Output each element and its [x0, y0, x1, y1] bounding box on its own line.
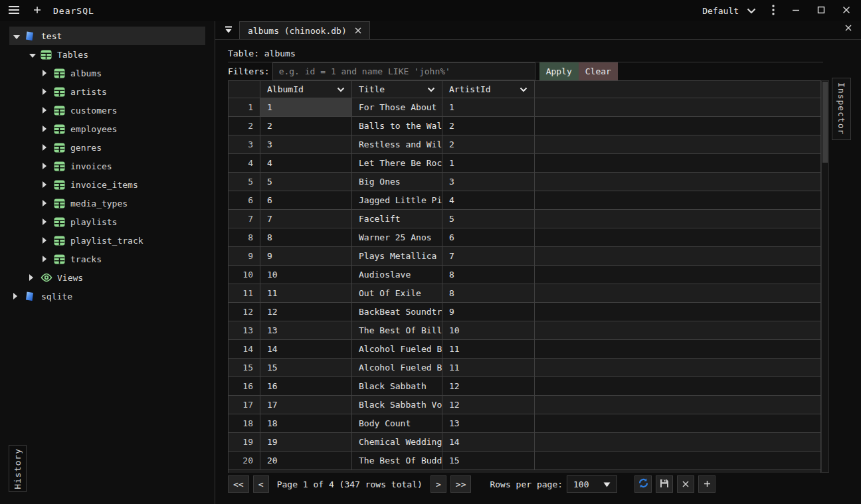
row-number-cell[interactable]: 17 [229, 396, 260, 414]
cell-album-id[interactable]: 14 [260, 340, 352, 358]
row-number-cell[interactable]: 10 [229, 266, 260, 284]
cell-artist-id[interactable]: 14 [442, 433, 535, 451]
cell-title[interactable]: Let There Be Rock [352, 154, 442, 172]
column-header-Title[interactable]: Title [352, 81, 442, 98]
cell-album-id[interactable]: 5 [260, 173, 352, 191]
cell-album-id[interactable]: 16 [260, 377, 352, 395]
close-table-button[interactable] [677, 475, 694, 493]
sidebar-item-test[interactable]: test [9, 27, 205, 45]
cell-album-id[interactable]: 1 [260, 98, 352, 116]
cell-title[interactable]: Black Sabbath Vol. 4 (Remaster) [352, 396, 442, 414]
expand-arrow-icon[interactable] [43, 124, 49, 134]
cell-title[interactable]: The Best Of Buddy Guy - The Millennium C… [352, 452, 442, 469]
sidebar-item-albums[interactable]: albums [9, 64, 205, 82]
cell-album-id[interactable]: 13 [260, 321, 352, 339]
cell-artist-id[interactable]: 12 [442, 377, 535, 395]
sidebar-item-employees[interactable]: employees [9, 120, 205, 138]
cell-artist-id[interactable]: 8 [442, 284, 535, 302]
expand-arrow-icon[interactable] [43, 217, 49, 227]
cell-title[interactable]: Body Count [352, 414, 442, 432]
cell-title[interactable]: Alcohol Fueled Brewtality Live! [Disc 2] [352, 359, 442, 377]
cell-album-id[interactable]: 19 [260, 433, 352, 451]
cell-title[interactable]: For Those About To Rock We Salute You [352, 98, 442, 116]
scrollbar-thumb[interactable] [822, 82, 828, 163]
collapse-arrow-icon[interactable] [29, 50, 36, 60]
sidebar-item-customers[interactable]: customers [9, 101, 205, 120]
kebab-menu-button[interactable] [771, 3, 776, 19]
cell-album-id[interactable]: 6 [260, 191, 352, 209]
cell-artist-id[interactable]: 8 [442, 266, 535, 284]
profile-selector[interactable]: Default [702, 6, 756, 16]
cell-album-id[interactable]: 3 [260, 135, 352, 153]
chevron-down-icon[interactable] [520, 84, 527, 94]
cell-title[interactable]: Big Ones [352, 173, 442, 191]
sidebar-item-Views[interactable]: Views [9, 268, 205, 287]
cell-artist-id[interactable]: 12 [442, 396, 535, 414]
new-connection-button[interactable] [32, 5, 43, 17]
cell-album-id[interactable]: 20 [260, 452, 352, 469]
cell-title[interactable]: Out Of Exile [352, 284, 442, 302]
expand-arrow-icon[interactable] [13, 292, 20, 301]
tab-close-icon[interactable] [355, 26, 361, 36]
cell-album-id[interactable]: 15 [260, 359, 352, 377]
row-number-cell[interactable]: 16 [229, 377, 260, 395]
row-number-cell[interactable]: 20 [229, 452, 260, 469]
cell-artist-id[interactable]: 11 [442, 359, 535, 377]
cell-title[interactable]: Alcohol Fueled Brewtality Live! [Disc 1] [352, 340, 442, 358]
close-window-button[interactable] [841, 5, 852, 17]
last-page-button[interactable]: >> [450, 475, 472, 493]
add-row-button[interactable] [698, 475, 716, 493]
save-button[interactable] [656, 475, 673, 493]
row-number-cell[interactable]: 19 [229, 433, 260, 451]
sidebar-item-media_types[interactable]: media_types [9, 194, 205, 212]
cell-album-id[interactable]: 11 [260, 284, 352, 302]
cell-artist-id[interactable]: 11 [442, 340, 535, 358]
sidebar-item-Tables[interactable]: Tables [9, 45, 205, 64]
cell-artist-id[interactable]: 13 [442, 414, 535, 432]
first-page-button[interactable]: << [228, 475, 249, 493]
sidebar-item-tracks[interactable]: tracks [9, 250, 205, 268]
row-number-cell[interactable]: 11 [229, 284, 260, 302]
column-header-AlbumId[interactable]: AlbumId [260, 81, 352, 98]
cell-artist-id[interactable]: 7 [442, 247, 535, 265]
row-number-cell[interactable]: 4 [229, 154, 260, 172]
expand-arrow-icon[interactable] [43, 180, 49, 190]
column-header-ArtistId[interactable]: ArtistId [442, 81, 535, 98]
cell-artist-id[interactable]: 1 [442, 154, 535, 172]
cell-album-id[interactable]: 4 [260, 154, 352, 172]
apply-filter-button[interactable]: Apply [539, 62, 579, 80]
sidebar-item-playlists[interactable]: playlists [9, 212, 205, 231]
row-number-cell[interactable]: 13 [229, 321, 260, 339]
collapse-arrow-icon[interactable] [13, 31, 20, 41]
cell-title[interactable]: Jagged Little Pill [352, 191, 442, 209]
expand-arrow-icon[interactable] [43, 87, 49, 97]
cell-artist-id[interactable]: 9 [442, 303, 535, 321]
cell-title[interactable]: Plays Metallica By Four Cellos [352, 247, 442, 265]
cell-album-id[interactable]: 7 [260, 210, 352, 228]
sidebar-item-genres[interactable]: genres [9, 138, 205, 157]
sidebar-item-playlist_track[interactable]: playlist_track [9, 231, 205, 250]
menu-button[interactable] [7, 4, 21, 18]
row-number-cell[interactable]: 2 [229, 117, 260, 135]
row-number-cell[interactable]: 8 [229, 228, 260, 246]
cell-artist-id[interactable]: 6 [442, 228, 535, 246]
row-number-cell[interactable]: 18 [229, 414, 260, 432]
row-number-cell[interactable]: 12 [229, 303, 260, 321]
cell-title[interactable]: Chemical Wedding [352, 433, 442, 451]
cell-title[interactable]: Audioslave [352, 266, 442, 284]
cell-title[interactable]: The Best Of Billy Cobham [352, 321, 442, 339]
cell-album-id[interactable]: 18 [260, 414, 352, 432]
sidebar-item-invoice_items[interactable]: invoice_items [9, 175, 205, 194]
cell-album-id[interactable]: 8 [260, 228, 352, 246]
expand-arrow-icon[interactable] [29, 273, 36, 283]
cell-title[interactable]: Facelift [352, 210, 442, 228]
expand-arrow-icon[interactable] [43, 143, 49, 153]
cell-artist-id[interactable]: 2 [442, 117, 535, 135]
cell-artist-id[interactable]: 4 [442, 191, 535, 209]
expand-arrow-icon[interactable] [43, 236, 49, 246]
inspector-tab[interactable]: Inspector [832, 78, 851, 140]
prev-page-button[interactable]: < [253, 475, 269, 493]
tab-list-button[interactable] [220, 23, 237, 39]
sidebar-item-invoices[interactable]: invoices [9, 157, 205, 175]
chevron-down-icon[interactable] [337, 84, 345, 94]
